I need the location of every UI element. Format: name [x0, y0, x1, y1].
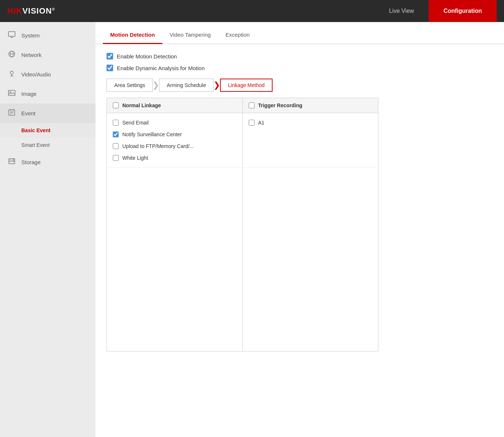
white-light-row: White Light — [113, 152, 237, 164]
chevron-sep-2: ❯ — [213, 79, 220, 92]
enable-dynamic-label[interactable]: Enable Dynamic Analysis for Motion — [117, 65, 205, 71]
send-email-label[interactable]: Send Email — [122, 120, 149, 126]
trigger-recording-header: Trigger Recording — [242, 98, 378, 113]
linkage-table: Normal Linkage Trigger Recording — [107, 98, 378, 351]
svg-point-21 — [13, 160, 14, 161]
sidebar-item-network[interactable]: Network — [0, 45, 96, 65]
step-tabs: Area Settings ❯ Arming Schedule ❯ Linkag… — [107, 79, 493, 92]
notify-surveillance-label[interactable]: Notify Surveillance Center — [122, 131, 182, 137]
area-settings-label: Area Settings — [114, 82, 145, 88]
trigger-recording-header-checkbox[interactable] — [249, 102, 255, 108]
normal-linkage-col: Send Email Notify Surveillance Center Up… — [107, 113, 243, 168]
notify-surveillance-checkbox[interactable] — [113, 131, 119, 137]
filler-col-right — [242, 168, 378, 351]
normal-linkage-header: Normal Linkage — [107, 98, 243, 113]
nav-live-view[interactable]: Live View — [374, 0, 429, 22]
enable-motion-label[interactable]: Enable Motion Detection — [117, 53, 177, 59]
sidebar-sub-basic-event[interactable]: Basic Event — [0, 123, 96, 138]
network-icon — [7, 50, 16, 59]
upload-ftp-label[interactable]: Upload to FTP/Memory Card/... — [122, 143, 194, 149]
enable-dynamic-row: Enable Dynamic Analysis for Motion — [107, 65, 493, 71]
white-light-checkbox[interactable] — [113, 155, 119, 161]
storage-icon — [7, 158, 16, 167]
sidebar-label-system: System — [21, 32, 40, 39]
filler-col-left — [107, 168, 243, 351]
logo-white: VISION — [22, 6, 52, 15]
event-icon — [7, 109, 16, 118]
svg-rect-9 — [8, 90, 15, 95]
sidebar-item-video-audio[interactable]: Video/Audio — [0, 65, 96, 84]
tab-exception[interactable]: Exception — [218, 26, 257, 44]
content: Motion Detection Video Tampering Excepti… — [96, 22, 504, 437]
nav-tabs: Live View Configuration — [374, 0, 497, 22]
main-layout: System Network Video/Audio Image Event — [0, 22, 504, 437]
send-email-row: Send Email — [113, 117, 237, 129]
chevron-sep-1: ❯ — [152, 79, 159, 92]
sidebar-label-image: Image — [21, 91, 37, 97]
upload-ftp-row: Upload to FTP/Memory Card/... — [113, 140, 237, 152]
sidebar-label-network: Network — [21, 52, 42, 58]
content-area: Enable Motion Detection Enable Dynamic A… — [96, 44, 504, 437]
sidebar-sub-smart-event[interactable]: Smart Event — [0, 138, 96, 152]
enable-motion-row: Enable Motion Detection — [107, 53, 493, 59]
svg-rect-0 — [8, 32, 15, 36]
video-audio-icon — [7, 70, 16, 79]
sidebar-item-image[interactable]: Image — [0, 84, 96, 104]
normal-linkage-header-label: Normal Linkage — [122, 102, 161, 108]
a1-row: A1 — [249, 117, 372, 129]
table-row-filler — [107, 168, 378, 351]
table-row: Send Email Notify Surveillance Center Up… — [107, 113, 378, 168]
sidebar-item-storage[interactable]: Storage — [0, 152, 96, 172]
system-icon — [7, 31, 16, 40]
step-tab-linkage-method[interactable]: Linkage Method — [220, 79, 273, 92]
svg-point-20 — [13, 159, 14, 160]
trigger-recording-header-label: Trigger Recording — [258, 102, 303, 108]
enable-motion-checkbox[interactable] — [107, 53, 113, 59]
sidebar-label-event: Event — [21, 110, 35, 116]
tab-bar: Motion Detection Video Tampering Excepti… — [96, 22, 504, 44]
logo: HIKVISION® — [7, 6, 55, 16]
a1-checkbox[interactable] — [249, 120, 255, 126]
normal-linkage-header-checkbox[interactable] — [113, 102, 119, 108]
notify-surveillance-row: Notify Surveillance Center — [113, 129, 237, 140]
upload-ftp-checkbox[interactable] — [113, 143, 119, 149]
logo-reg: ® — [52, 7, 55, 11]
send-email-checkbox[interactable] — [113, 120, 119, 126]
enable-dynamic-checkbox[interactable] — [107, 65, 113, 71]
white-light-label[interactable]: White Light — [122, 155, 148, 161]
logo-red: HIK — [7, 6, 22, 15]
header: HIKVISION® Live View Configuration — [0, 0, 504, 22]
image-icon — [7, 89, 16, 98]
sidebar-item-system[interactable]: System — [0, 26, 96, 45]
a1-label[interactable]: A1 — [258, 120, 264, 126]
step-tab-arming-schedule[interactable]: Arming Schedule — [159, 79, 214, 92]
sidebar-label-video-audio: Video/Audio — [21, 71, 51, 77]
trigger-recording-col: A1 — [242, 113, 378, 168]
linkage-method-label: Linkage Method — [228, 82, 265, 88]
step-tab-area-settings[interactable]: Area Settings — [107, 79, 153, 92]
tab-video-tampering[interactable]: Video Tampering — [162, 26, 218, 44]
arming-schedule-label: Arming Schedule — [167, 82, 206, 88]
sidebar-item-event[interactable]: Event — [0, 104, 96, 123]
nav-configuration[interactable]: Configuration — [429, 0, 497, 22]
sidebar: System Network Video/Audio Image Event — [0, 22, 96, 437]
tab-motion-detection[interactable]: Motion Detection — [103, 26, 162, 44]
sidebar-label-storage: Storage — [21, 159, 41, 165]
